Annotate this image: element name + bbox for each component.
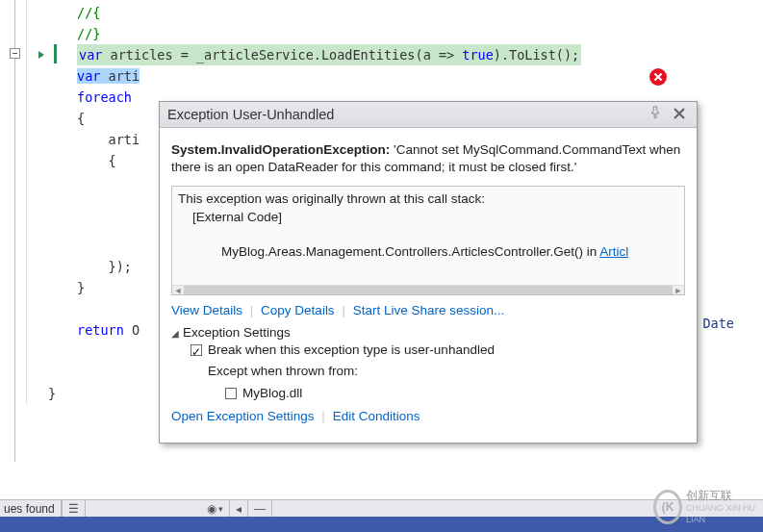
popup-body: System.InvalidOperationException: 'Canno… xyxy=(160,128,697,443)
scroll-right-arrow[interactable]: ► xyxy=(673,285,684,295)
exception-message: System.InvalidOperationException: 'Canno… xyxy=(171,141,685,176)
break-option-row[interactable]: Break when this exception type is user-u… xyxy=(191,340,685,362)
exception-popup: Exception User-Unhandled System.InvalidO… xyxy=(159,101,698,443)
fold-toggle[interactable] xyxy=(10,48,20,59)
watermark-logo-icon: (K xyxy=(653,490,682,524)
separator: | xyxy=(250,303,254,317)
code-line: //{ xyxy=(29,2,763,23)
issues-text[interactable]: ues found xyxy=(0,500,62,517)
status-button[interactable]: — xyxy=(248,500,272,517)
status-glyph[interactable]: ☰ xyxy=(62,500,86,517)
dll-checkbox[interactable] xyxy=(225,388,237,399)
separator: | xyxy=(321,409,325,423)
change-marker xyxy=(54,44,57,63)
settings-links: Open Exception Settings | Edit Condition… xyxy=(171,409,685,423)
stack-line: MyBlog.Areas.Management.Controllers.Arti… xyxy=(178,226,678,279)
execution-pointer-icon xyxy=(38,51,44,59)
scrollbar-thumb[interactable] xyxy=(184,286,673,294)
dll-option-row[interactable]: MyBlog.dll xyxy=(191,383,685,405)
callstack-box: This exception was originally thrown at … xyxy=(171,186,685,294)
exception-settings-body: Break when this exception type is user-u… xyxy=(171,340,685,406)
scroll-left-arrow[interactable]: ◄ xyxy=(172,285,184,295)
dll-label: MyBlog.dll xyxy=(242,386,302,400)
pin-button[interactable] xyxy=(649,106,666,123)
separator: | xyxy=(342,303,345,317)
stack-line: [External Code] xyxy=(178,209,678,226)
popup-title: Exception User-Unhandled xyxy=(167,107,643,122)
status-button[interactable]: ◂ xyxy=(230,500,248,517)
exception-error-icon[interactable] xyxy=(649,68,667,86)
watermark-text: 创新互联 CHUANG XIN HU LIAN xyxy=(686,490,759,524)
except-label: Except when thrown from: xyxy=(191,361,685,383)
close-icon xyxy=(672,106,687,121)
break-checkbox[interactable] xyxy=(191,344,202,356)
outline-line xyxy=(14,0,15,462)
code-line-current: var articles = _articleService.LoadEntit… xyxy=(29,44,763,65)
stack-source-link[interactable]: Articl xyxy=(599,244,628,259)
code-text-date: Date xyxy=(702,316,734,331)
bottom-strip xyxy=(0,517,763,532)
action-links: View Details | Copy Details | Start Live… xyxy=(171,303,685,317)
watermark: (K 创新互联 CHUANG XIN HU LIAN xyxy=(653,488,759,526)
stack-line: This exception was originally thrown at … xyxy=(178,190,678,208)
status-button[interactable]: ◉▾ xyxy=(201,500,230,517)
break-label: Break when this exception type is user-u… xyxy=(208,342,495,357)
copy-details-link[interactable]: Copy Details xyxy=(261,303,335,317)
code-line: //} xyxy=(29,23,763,44)
open-settings-link[interactable]: Open Exception Settings xyxy=(171,409,315,423)
pin-icon xyxy=(649,106,662,119)
live-share-link[interactable]: Start Live Share session... xyxy=(353,303,505,317)
close-button[interactable] xyxy=(672,106,689,123)
exception-settings-expander[interactable]: Exception Settings xyxy=(171,325,685,340)
status-bar: ues found ☰ ◉▾ ◂ — xyxy=(0,499,763,517)
outline-gutter xyxy=(0,0,27,404)
edit-conditions-link[interactable]: Edit Conditions xyxy=(333,409,420,423)
horizontal-scrollbar[interactable]: ◄ ► xyxy=(172,285,684,294)
popup-titlebar[interactable]: Exception User-Unhandled xyxy=(160,102,697,128)
view-details-link[interactable]: View Details xyxy=(171,303,242,317)
